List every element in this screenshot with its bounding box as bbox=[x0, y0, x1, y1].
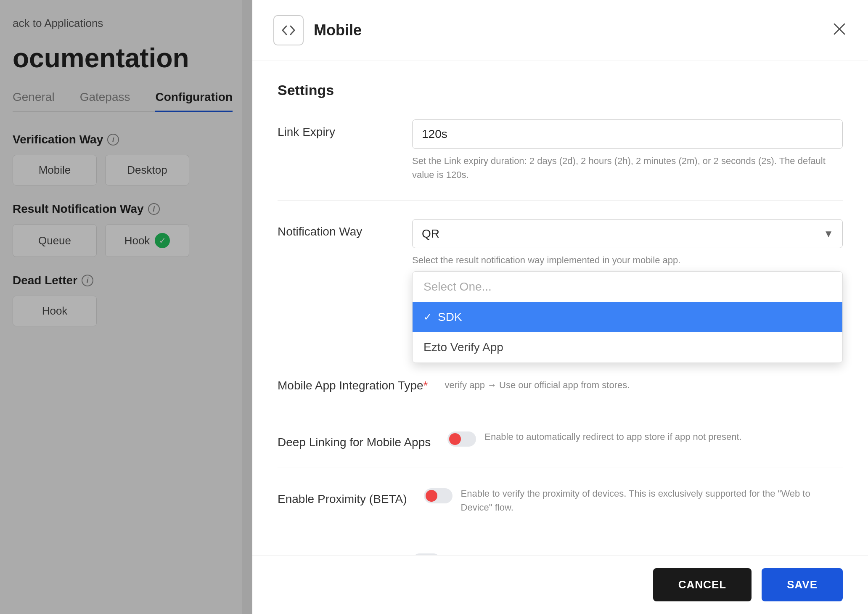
panel-footer: CANCEL SAVE bbox=[252, 555, 868, 614]
deep-linking-toggle[interactable] bbox=[447, 431, 476, 447]
link-expiry-input[interactable] bbox=[412, 119, 843, 149]
encryption-toggle[interactable] bbox=[412, 553, 441, 555]
integration-type-row: Mobile App Integration Type* verify app … bbox=[278, 373, 843, 392]
notification-way-label: Notification Way bbox=[278, 219, 395, 238]
settings-heading: Settings bbox=[278, 82, 843, 98]
code-icon bbox=[281, 23, 296, 38]
deep-linking-row: Deep Linking for Mobile Apps Enable to a… bbox=[278, 430, 843, 449]
panel-header-left: Mobile bbox=[273, 15, 362, 45]
panel-body: Settings Link Expiry Set the Link expiry… bbox=[252, 61, 868, 555]
deep-linking-control: Enable to automatically redirect to app … bbox=[447, 430, 843, 447]
encryption-track bbox=[412, 553, 441, 555]
code-icon-box bbox=[273, 15, 304, 45]
encryption-control: Enable this to encrypt the payload sent … bbox=[412, 552, 843, 555]
deep-linking-label: Deep Linking for Mobile Apps bbox=[278, 430, 431, 449]
notification-way-hint: Select the result notification way imple… bbox=[412, 253, 843, 267]
encryption-label: Encryption bbox=[278, 552, 395, 555]
notification-way-select-wrap: QR ▼ bbox=[412, 219, 843, 248]
notification-way-control: QR ▼ Select the result notification way … bbox=[412, 219, 843, 363]
proximity-label: Enable Proximity (BETA) bbox=[278, 487, 407, 506]
link-expiry-label: Link Expiry bbox=[278, 119, 395, 139]
link-expiry-row: Link Expiry Set the Link expiry duration… bbox=[278, 119, 843, 182]
integration-type-label: Mobile App Integration Type* bbox=[278, 373, 428, 392]
notification-way-row: Notification Way QR ▼ Select the result … bbox=[278, 219, 843, 363]
panel-header: Mobile bbox=[252, 0, 868, 61]
deep-linking-hint: Enable to automatically redirect to app … bbox=[484, 430, 741, 444]
notification-way-select[interactable]: QR bbox=[412, 219, 843, 248]
sdk-check-icon: ✓ bbox=[423, 311, 432, 323]
close-icon bbox=[832, 21, 847, 37]
integration-type-dropdown: Select One... ✓ SDK Ezto Verify App bbox=[412, 271, 843, 363]
settings-panel: Mobile Settings Link Expiry Set the Link… bbox=[252, 0, 868, 614]
proximity-row: Enable Proximity (BETA) Enable to verify… bbox=[278, 487, 843, 514]
proximity-thumb bbox=[426, 490, 437, 502]
integration-type-control: verify app → Use our official app from s… bbox=[445, 373, 843, 392]
dropdown-sdk[interactable]: ✓ SDK bbox=[413, 302, 842, 332]
deep-linking-track bbox=[447, 431, 476, 447]
proximity-toggle[interactable] bbox=[424, 488, 453, 503]
panel-title: Mobile bbox=[314, 21, 362, 39]
link-expiry-hint: Set the Link expiry duration: 2 days (2d… bbox=[412, 154, 843, 182]
required-star: * bbox=[423, 379, 428, 392]
integration-type-hint: verify app → Use our official app from s… bbox=[445, 378, 843, 392]
proximity-hint: Enable to verify the proximity of device… bbox=[461, 487, 843, 514]
close-button[interactable] bbox=[832, 21, 847, 39]
proximity-control: Enable to verify the proximity of device… bbox=[424, 487, 843, 514]
dropdown-placeholder[interactable]: Select One... bbox=[413, 272, 842, 302]
cancel-button[interactable]: CANCEL bbox=[653, 568, 752, 601]
deep-linking-thumb bbox=[449, 433, 461, 445]
encryption-row: Encryption Enable this to encrypt the pa… bbox=[278, 552, 843, 555]
save-button[interactable]: SAVE bbox=[762, 568, 843, 601]
dropdown-ezto[interactable]: Ezto Verify App bbox=[413, 332, 842, 363]
proximity-track bbox=[424, 488, 453, 503]
encryption-hint: Enable this to encrypt the payload sent … bbox=[449, 552, 688, 555]
link-expiry-control: Set the Link expiry duration: 2 days (2d… bbox=[412, 119, 843, 182]
